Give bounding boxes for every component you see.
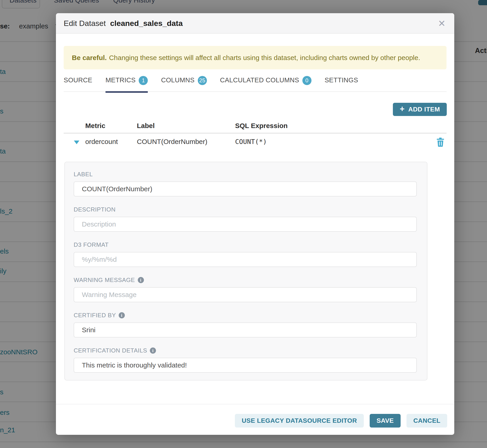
add-item-button[interactable]: + ADD ITEM — [393, 103, 447, 116]
label-text: CERTIFICATION DETAILS — [74, 347, 147, 354]
tab-calculated-columns-count-badge: 0 — [302, 76, 311, 85]
label-text: DESCRIPTION — [74, 206, 115, 213]
save-button[interactable]: SAVE — [370, 414, 401, 428]
metric-name: ordercount — [85, 138, 118, 145]
field-label-d3-format: D3 FORMAT — [74, 241, 427, 248]
metrics-header-label: Label — [137, 122, 155, 130]
label-text: D3 FORMAT — [74, 241, 109, 248]
metrics-header-divider — [64, 133, 447, 134]
tab-settings[interactable]: SETTINGS — [325, 75, 358, 93]
modal-header: Edit Dataset cleaned_sales_data ✕ — [56, 13, 454, 34]
modal-title: Edit Dataset cleaned_sales_data — [64, 19, 183, 28]
d3-format-input[interactable] — [74, 252, 417, 267]
field-label-description: DESCRIPTION — [74, 206, 427, 213]
modal-title-prefix: Edit Dataset — [64, 19, 106, 28]
field-label-label: LABEL — [74, 171, 427, 178]
certified-by-input[interactable] — [74, 322, 417, 337]
footer-divider — [56, 404, 454, 404]
metric-label: COUNT(OrderNumber) — [137, 138, 207, 145]
add-item-label: ADD ITEM — [408, 106, 440, 113]
collapse-caret-icon[interactable] — [74, 141, 79, 144]
warning-message-input[interactable] — [74, 287, 417, 302]
tab-settings-label: SETTINGS — [325, 76, 358, 84]
certification-details-input[interactable] — [74, 358, 417, 373]
label-text: WARNING MESSAGE — [74, 277, 135, 284]
dataset-editor-tabs: SOURCE METRICS 1 COLUMNS 25 CALCULATED C… — [64, 75, 447, 92]
label-text: LABEL — [74, 171, 93, 178]
modal-footer: USE LEGACY DATASOURCE EDITOR SAVE CANCEL — [235, 414, 447, 428]
tab-metrics-label: METRICS — [105, 76, 136, 84]
tab-columns[interactable]: COLUMNS 25 — [161, 75, 207, 93]
metric-detail-panel: LABEL DESCRIPTION D3 FORMAT WARNING MESS… — [64, 162, 427, 380]
metric-row: ordercount COUNT(OrderNumber) COUNT(*) — [56, 138, 454, 149]
tab-columns-count-badge: 25 — [198, 76, 207, 85]
info-icon: i — [119, 312, 125, 318]
edit-dataset-modal: Edit Dataset cleaned_sales_data ✕ Be car… — [56, 13, 454, 435]
tab-source-label: SOURCE — [64, 76, 92, 84]
close-icon[interactable]: ✕ — [436, 18, 447, 29]
metrics-header-sql: SQL Expression — [235, 122, 287, 130]
info-icon: i — [138, 277, 144, 283]
tab-calculated-columns[interactable]: CALCULATED COLUMNS 0 — [220, 75, 311, 93]
cancel-button[interactable]: CANCEL — [407, 414, 447, 428]
tab-columns-label: COLUMNS — [161, 76, 194, 84]
tab-source[interactable]: SOURCE — [64, 75, 92, 93]
use-legacy-datasource-editor-button[interactable]: USE LEGACY DATASOURCE EDITOR — [235, 414, 364, 428]
metrics-header-metric: Metric — [85, 122, 105, 130]
tab-metrics-count-badge: 1 — [139, 76, 148, 85]
label-input[interactable] — [74, 182, 417, 196]
tab-calculated-columns-label: CALCULATED COLUMNS — [220, 76, 299, 84]
description-input[interactable] — [74, 217, 417, 232]
label-text: CERTIFIED BY — [74, 312, 116, 319]
plus-icon: + — [400, 105, 405, 113]
warning-banner: Be careful. Changing these settings will… — [64, 46, 447, 69]
delete-metric-trash-icon[interactable] — [436, 137, 445, 147]
warning-banner-text: Changing these settings will affect all … — [109, 54, 420, 62]
warning-banner-bold: Be careful. — [72, 54, 107, 62]
metric-sql-expression: COUNT(*) — [235, 138, 267, 145]
info-icon: i — [150, 347, 156, 354]
field-label-certified-by: CERTIFIED BY i — [74, 312, 427, 319]
modal-title-dataset-name: cleaned_sales_data — [110, 19, 183, 28]
field-label-certification-details: CERTIFICATION DETAILS i — [74, 347, 427, 354]
field-label-warning-message: WARNING MESSAGE i — [74, 277, 427, 284]
tab-metrics[interactable]: METRICS 1 — [105, 75, 148, 93]
